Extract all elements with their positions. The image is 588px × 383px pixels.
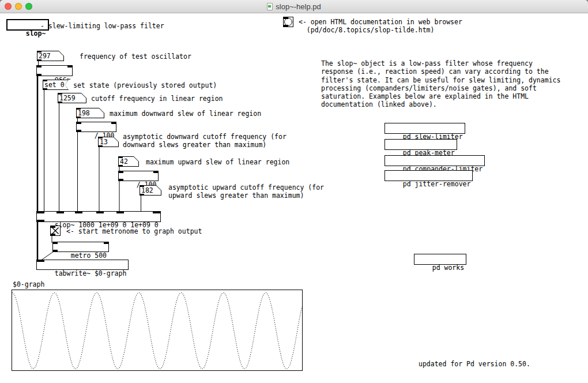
metronome-toggle[interactable] xyxy=(50,226,61,236)
pd-patch-window: slop~ - slew-limiting low-pass filter <-… xyxy=(0,0,588,383)
comment-metronome-toggle: <- start metronome to graph output xyxy=(66,227,202,235)
comment-oscillator-frequency: frequency of test oscillator xyxy=(80,52,191,61)
comment-max-upward-slew: maximum upward slew of linear region xyxy=(146,158,289,166)
comment-cutoff-frequency: cutoff frequency in linear region xyxy=(91,95,223,103)
number-box-max-downward-slew[interactable]: 198 xyxy=(76,108,104,118)
object-box-divide-100-down[interactable]: / 100 xyxy=(76,122,116,132)
subject-comment: - slew-limiting low-pass filter xyxy=(40,22,164,30)
object-box-tabwrite[interactable]: tabwrite~ $0-graph xyxy=(36,260,129,270)
comment-set-state: set state (previously stored output) xyxy=(73,81,217,89)
graph-label: $0-graph xyxy=(13,280,44,288)
footer-version-comment: updated for Pd version 0.50. xyxy=(419,360,530,368)
titlebar: slop~-help.pd xyxy=(0,0,588,13)
comment-max-downward-slew: maximum downward slew of linear region xyxy=(110,110,261,118)
open-docs-comment: <- open HTML documentation in web browse… xyxy=(299,18,462,34)
open-docs-bang-button[interactable] xyxy=(283,17,293,27)
number-box-cutoff-frequency[interactable]: 1259 xyxy=(58,93,86,103)
object-box-divide-100-up[interactable]: / 100 xyxy=(118,171,159,181)
message-box-set-state[interactable]: set 0 xyxy=(43,80,69,90)
object-box-slop[interactable]: slop~ 1000 1e+09 0 1e+09 0 xyxy=(36,211,161,222)
description-comment: The slop~ object is a low-pass filter wh… xyxy=(321,59,560,109)
document-icon xyxy=(267,3,273,10)
subpatch-works[interactable]: pd works xyxy=(414,254,466,265)
subpatch-peak-meter[interactable]: pd peak-meter xyxy=(385,139,457,150)
subpatch-jitter-remover[interactable]: pd jitter-remover xyxy=(385,170,473,181)
subject-label: slop~ xyxy=(26,29,46,37)
number-box-oscillator-frequency[interactable]: 297 xyxy=(37,51,64,61)
object-box-osc[interactable]: osc~ xyxy=(36,65,73,76)
graph-canvas xyxy=(12,290,302,370)
subpatch-compander-limiter[interactable]: pd compander-limiter xyxy=(385,155,485,166)
array-graph xyxy=(12,290,303,371)
comment-upward-asymptotic-cutoff: asymptotic upward cutoff frequency (for … xyxy=(168,183,324,200)
graph-wave-path xyxy=(12,293,302,369)
subpatch-slew-limiter[interactable]: pd slew-limiter xyxy=(385,123,465,134)
window-title: slop~-help.pd xyxy=(276,2,321,11)
comment-downward-asymptotic-cutoff: asymptotic downward cutoff frequency (fo… xyxy=(123,133,287,149)
object-box-metro[interactable]: metro 500 xyxy=(52,242,109,252)
